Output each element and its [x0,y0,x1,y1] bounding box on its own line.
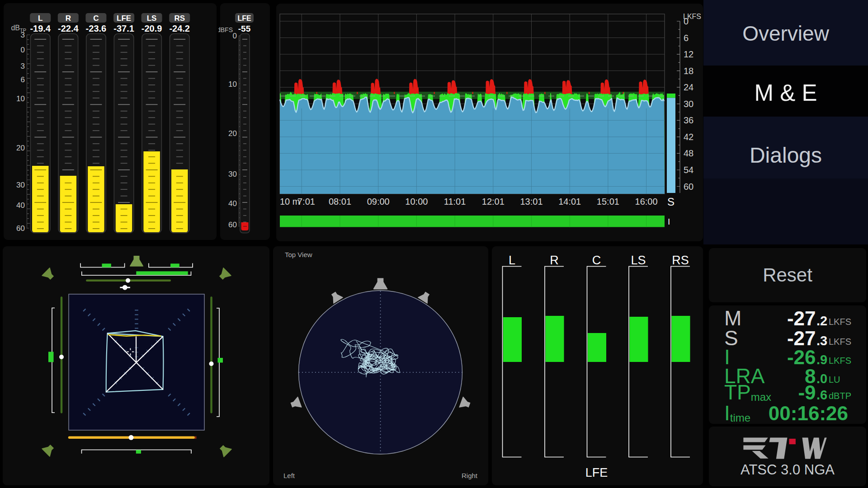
svg-text:Top View: Top View [285,251,312,258]
svg-text:-24.2: -24.2 [169,23,190,33]
svg-text:0: 0 [684,16,689,26]
svg-text:LU: LU [829,375,840,385]
svg-text:L: L [509,253,515,267]
svg-text:Left: Left [283,472,295,479]
svg-text:-27: -27 [787,307,816,329]
svg-text:42: 42 [684,132,693,142]
svg-text:30: 30 [684,99,693,109]
svg-text:.2: .2 [816,314,827,328]
svg-text:16:00: 16:00 [635,197,658,206]
svg-text:08:01: 08:01 [329,197,351,206]
svg-text:dB: dB [11,24,20,32]
svg-text:LKFS: LKFS [829,317,851,327]
svg-text:LS: LS [631,253,646,267]
svg-text:-9: -9 [798,381,816,404]
svg-text:6: 6 [21,75,25,84]
svg-text:14:01: 14:01 [558,197,581,206]
svg-text:12: 12 [684,49,693,59]
svg-text:C: C [592,253,601,267]
svg-text:48: 48 [684,148,693,158]
svg-text:20: 20 [16,144,25,152]
svg-text:-19.4: -19.4 [30,23,51,33]
svg-text:3: 3 [21,62,25,70]
svg-text:20: 20 [228,129,237,138]
svg-text:30: 30 [228,170,237,178]
svg-text:40: 40 [16,201,25,210]
svg-text:dBFS: dBFS [218,26,233,33]
svg-text:LFE: LFE [237,14,251,22]
svg-text:54: 54 [684,165,693,175]
svg-text:60: 60 [16,224,25,233]
svg-text:30: 30 [16,181,25,189]
svg-text:13:01: 13:01 [520,197,542,206]
svg-text:.6: .6 [816,388,827,402]
svg-text:RS: RS [174,14,185,23]
svg-text:L: L [38,14,42,23]
svg-text:Right: Right [462,472,478,479]
svg-text:LKFS: LKFS [829,337,851,347]
svg-text:LS: LS [147,14,157,23]
svg-text:.3: .3 [816,333,827,348]
svg-text:12:01: 12:01 [482,197,505,206]
svg-text:-22.4: -22.4 [58,23,79,33]
svg-text:15:01: 15:01 [597,197,619,206]
svg-text:C: C [93,14,99,23]
svg-text:0: 0 [21,46,25,54]
svg-text:-37.1: -37.1 [113,23,134,33]
svg-text:10: 10 [16,94,25,103]
svg-text:24: 24 [684,82,693,92]
svg-text:00:16:26: 00:16:26 [769,402,848,424]
svg-text:R: R [66,14,71,23]
svg-text:-23.6: -23.6 [86,23,107,33]
svg-text:40: 40 [228,199,237,208]
svg-text:.9: .9 [816,352,827,367]
svg-text:RS: RS [672,253,689,267]
svg-text:10 m: 10 m [280,197,300,206]
svg-text:-20.9: -20.9 [142,23,162,33]
svg-text:10: 10 [228,80,237,89]
svg-text:Itime: Itime [724,401,750,424]
svg-text:36: 36 [684,115,693,125]
svg-text:7:01: 7:01 [297,197,315,206]
svg-text:10:00: 10:00 [405,197,428,206]
svg-text:dBTP: dBTP [829,391,851,401]
svg-text:R: R [550,253,559,267]
svg-text:S: S [667,196,675,208]
svg-text:60: 60 [228,221,237,229]
svg-text:6: 6 [684,33,689,43]
svg-text:09:00: 09:00 [367,197,390,206]
svg-text:LFE: LFE [585,466,608,479]
svg-text:11:01: 11:01 [444,197,466,206]
svg-text:0: 0 [233,32,237,40]
svg-text:.0: .0 [816,371,827,386]
svg-text:I: I [668,217,670,226]
svg-text:-55: -55 [238,24,251,33]
svg-text:LFE: LFE [117,14,131,23]
svg-text:LKFS: LKFS [829,356,851,366]
svg-text:60: 60 [684,182,693,192]
svg-text:3: 3 [21,31,25,39]
svg-text:18: 18 [684,66,693,76]
